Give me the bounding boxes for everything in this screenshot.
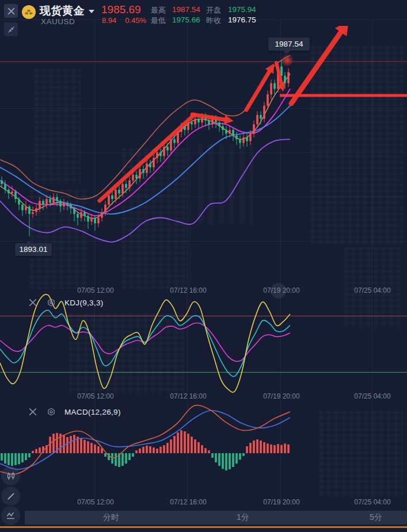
- macd-settings-button[interactable]: [46, 407, 56, 417]
- gear-icon: [47, 298, 56, 307]
- low-price-tooltip: 1893.01: [15, 243, 52, 256]
- indicator-tool-button[interactable]: [1, 506, 20, 525]
- chart-type-tool-button[interactable]: [1, 466, 20, 485]
- high-price-tooltip: 1987.54: [268, 37, 310, 51]
- timeframe-tab-5min[interactable]: 5分: [347, 512, 405, 523]
- time-tick: 07/12 16:00: [159, 392, 217, 400]
- time-tick: 07/19 20:00: [253, 392, 310, 400]
- kdj-header: KDJ(9,3,3): [28, 297, 104, 308]
- kdj-settings-button[interactable]: [46, 297, 56, 308]
- time-tick: 07/19 20:00: [253, 498, 310, 506]
- main-price-chart[interactable]: [0, 26, 407, 290]
- close-button[interactable]: [4, 4, 18, 18]
- macd-chart[interactable]: [0, 403, 407, 506]
- timeframe-bar: 分时 1分 5分: [25, 511, 407, 525]
- last-price: 1985.69: [101, 3, 141, 16]
- macd-header: MACD(12,26,9): [28, 406, 121, 418]
- gold-coin-icon: [22, 5, 36, 19]
- symbol-name: 现货黄金: [40, 3, 85, 18]
- stat-low-label: 最低: [151, 16, 166, 26]
- stat-high-value: 1987.54: [172, 5, 200, 14]
- chevron-down-icon: [89, 10, 94, 13]
- time-tick: 07/05 12:00: [67, 392, 124, 400]
- bottom-accent-line: [0, 526, 407, 528]
- time-tick: 07/05 12:00: [67, 498, 124, 506]
- stat-open-label: 开盘: [206, 5, 221, 16]
- symbol-code: XAUUSD: [41, 17, 75, 26]
- time-tick: 07/25 04:00: [344, 498, 401, 506]
- macd-title: MACD(12,26,9): [64, 408, 121, 416]
- time-tick: 07/12 16:00: [159, 498, 217, 506]
- symbol-selector[interactable]: 现货黄金: [40, 3, 94, 18]
- timeframe-tab-1min[interactable]: 1分: [214, 512, 272, 523]
- kdj-close-button[interactable]: [28, 297, 38, 308]
- macd-close-button[interactable]: [28, 407, 38, 417]
- price-change-row: 8.94 0.45%: [102, 16, 146, 25]
- line-chart-icon: [6, 511, 16, 521]
- close-icon: [29, 408, 37, 416]
- stat-low-value: 1975.66: [172, 16, 200, 24]
- stat-prevclose-label: 昨收: [206, 16, 221, 26]
- stat-high-label: 最高: [151, 5, 166, 16]
- timeframe-tab-fenshi[interactable]: 分时: [82, 512, 140, 523]
- price-change-pct: 0.45%: [125, 16, 146, 25]
- stat-open-value: 1975.94: [228, 5, 256, 14]
- trading-app-window: 现货黄金 XAUUSD 1985.69 8.94 0.45% 最高 1987.5…: [0, 0, 407, 532]
- close-icon: [29, 298, 37, 307]
- gear-icon: [47, 407, 56, 416]
- price-change: 8.94: [102, 16, 116, 25]
- close-icon: [7, 7, 15, 15]
- time-tick: 07/25 04:00: [344, 392, 401, 400]
- kdj-chart[interactable]: [0, 292, 407, 403]
- candlestick-tool-icon: [6, 471, 16, 481]
- kdj-title: KDJ(9,3,3): [64, 298, 104, 307]
- pencil-icon: [6, 491, 16, 502]
- stat-prevclose-value: 1976.75: [228, 16, 256, 24]
- draw-tool-button[interactable]: [1, 487, 20, 506]
